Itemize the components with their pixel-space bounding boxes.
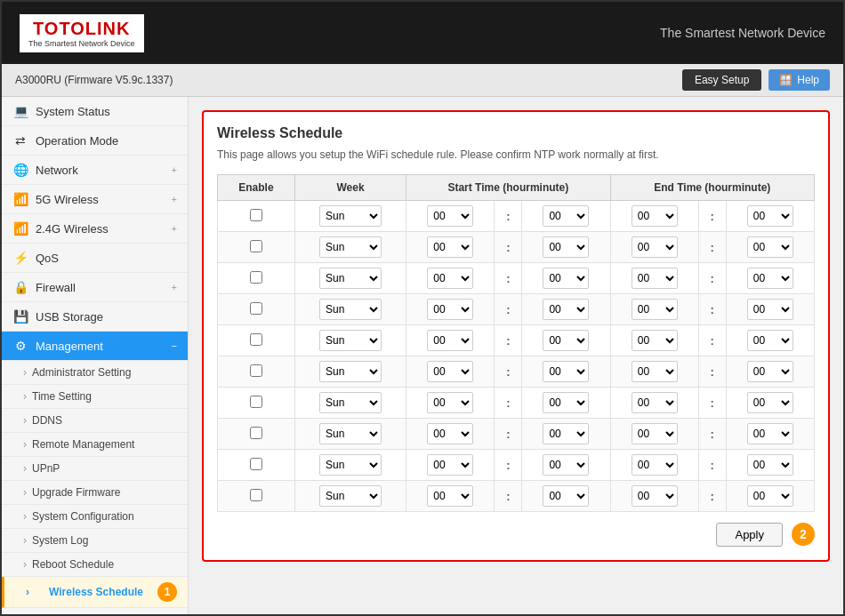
sidebar-item-2g[interactable]: 📶 2.4G Wireless +: [2, 214, 188, 244]
col-week: Week: [294, 175, 406, 201]
firmware-label: A3000RU (Firmware V5.9c.1337): [15, 74, 173, 86]
apply-button[interactable]: Apply: [716, 523, 783, 547]
sidebar-item-network[interactable]: 🌐 Network +: [2, 156, 188, 185]
network-icon: 🌐: [12, 163, 28, 177]
sidebar-item-system-status[interactable]: 💻 System Status: [2, 97, 188, 126]
sidebar-label-5g: 5G Wireless: [36, 193, 99, 206]
app-window: TOTOLINK The Smartest Network Device The…: [0, 0, 845, 616]
sidebar-label-2g: 2.4G Wireless: [36, 222, 109, 236]
sidebar-sub-syslog[interactable]: System Log: [2, 529, 188, 553]
row-3-enable-checkbox[interactable]: [250, 302, 262, 315]
sidebar-sub-time[interactable]: Time Setting: [2, 385, 188, 409]
operation-icon: ⇄: [12, 133, 28, 148]
help-button[interactable]: 🪟 Help: [769, 69, 830, 91]
row-5-enable-checkbox[interactable]: [250, 364, 262, 377]
content-area: Wireless Schedule This page allows you s…: [189, 97, 843, 614]
sidebar-label-management: Management: [36, 340, 103, 353]
table-row: SunMonTueWedThuFriSat0001020304050607080…: [218, 325, 815, 356]
sidebar-sub-upgrade[interactable]: Upgrade Firmware: [2, 481, 188, 505]
wifi-5g-icon: 📶: [12, 192, 28, 206]
table-row: SunMonTueWedThuFriSat0001020304050607080…: [218, 356, 815, 388]
sidebar-item-qos[interactable]: ⚡ QoS: [2, 244, 188, 273]
col-start-time: Start Time (hourminute): [406, 175, 610, 201]
logo-sub: The Smartest Network Device: [28, 39, 135, 48]
logo-toto: TOTO: [33, 19, 85, 38]
row-4-enable-checkbox[interactable]: [250, 333, 262, 346]
sidebar: 💻 System Status ⇄ Operation Mode 🌐 Netwo…: [2, 97, 189, 614]
table-row: SunMonTueWedThuFriSat0001020304050607080…: [218, 450, 815, 481]
row-2-enable-checkbox[interactable]: [250, 271, 262, 284]
panel-description: This page allows you setup the WiFi sche…: [217, 148, 815, 161]
wireless-schedule-panel: Wireless Schedule This page allows you s…: [202, 110, 830, 562]
table-row: SunMonTueWedThuFriSat0001020304050607080…: [218, 294, 815, 325]
logo-link: LINK: [85, 19, 131, 38]
row-1-enable-checkbox[interactable]: [250, 240, 262, 252]
row-9-enable-checkbox[interactable]: [250, 489, 262, 501]
header: TOTOLINK The Smartest Network Device The…: [2, 2, 843, 64]
sidebar-label-system-status: System Status: [36, 105, 110, 118]
firewall-expand-icon: +: [172, 282, 177, 292]
sidebar-label-firewall: Firewall: [36, 281, 76, 294]
sidebar-label-usb: USB Storage: [36, 310, 103, 324]
qos-icon: ⚡: [12, 251, 28, 265]
sidebar-sub-upnp[interactable]: UPnP: [2, 457, 188, 481]
col-end-time: End Time (hourminute): [610, 175, 814, 201]
2g-expand-icon: +: [172, 223, 177, 234]
table-row: SunMonTueWedThuFriSat0001020304050607080…: [218, 201, 815, 232]
sidebar-sub-reboot[interactable]: Reboot Schedule: [2, 553, 188, 577]
row-6-enable-checkbox[interactable]: [250, 396, 262, 408]
sidebar-sub-remote[interactable]: Remote Management: [2, 433, 188, 457]
table-row: SunMonTueWedThuFriSat0001020304050607080…: [218, 419, 815, 450]
table-row: SunMonTueWedThuFriSat0001020304050607080…: [218, 263, 815, 294]
sidebar-sub-logout[interactable]: Logout: [2, 608, 188, 614]
header-tagline: The Smartest Network Device: [660, 26, 825, 40]
management-expand-icon: −: [172, 340, 177, 351]
sidebar-label-network: Network: [36, 164, 78, 177]
table-row: SunMonTueWedThuFriSat0001020304050607080…: [218, 232, 815, 263]
management-icon: ⚙: [12, 339, 28, 353]
5g-expand-icon: +: [172, 194, 177, 204]
firewall-icon: 🔒: [12, 280, 28, 294]
apply-row: Apply 2: [217, 523, 815, 547]
sidebar-sub-admin[interactable]: Administrator Setting: [2, 361, 188, 385]
sidebar-sub-sysconfig[interactable]: System Configuration: [2, 505, 188, 529]
row-8-enable-checkbox[interactable]: [250, 458, 262, 470]
badge-1: 1: [157, 582, 177, 602]
sidebar-sub-ddns[interactable]: DDNS: [2, 409, 188, 433]
monitor-icon: 💻: [12, 104, 28, 118]
help-icon: 🪟: [779, 74, 793, 86]
easy-setup-button[interactable]: Easy Setup: [682, 69, 761, 91]
row-0-enable-checkbox[interactable]: [250, 209, 262, 221]
sidebar-item-firewall[interactable]: 🔒 Firewall +: [2, 273, 188, 302]
badge-2: 2: [792, 523, 815, 546]
panel-title: Wireless Schedule: [217, 125, 815, 141]
sidebar-item-5g[interactable]: 📶 5G Wireless +: [2, 185, 188, 214]
sidebar-sub-wireless-schedule[interactable]: Wireless Schedule 1: [2, 577, 188, 608]
toolbar: A3000RU (Firmware V5.9c.1337) Easy Setup…: [2, 64, 843, 97]
col-enable: Enable: [218, 175, 295, 201]
logo: TOTOLINK The Smartest Network Device: [20, 14, 144, 52]
toolbar-buttons: Easy Setup 🪟 Help: [682, 69, 830, 91]
row-7-enable-checkbox[interactable]: [250, 427, 262, 439]
sidebar-item-management[interactable]: ⚙ Management −: [2, 332, 188, 361]
logo-text: TOTOLINK: [33, 19, 131, 39]
table-row: SunMonTueWedThuFriSat0001020304050607080…: [218, 388, 815, 419]
usb-icon: 💾: [12, 309, 28, 324]
wifi-2g-icon: 📶: [12, 221, 28, 236]
sidebar-label-qos: QoS: [36, 252, 59, 265]
sidebar-item-usb[interactable]: 💾 USB Storage: [2, 302, 188, 332]
table-row: SunMonTueWedThuFriSat0001020304050607080…: [218, 481, 815, 512]
sidebar-label-operation-mode: Operation Mode: [36, 134, 118, 148]
sidebar-item-operation-mode[interactable]: ⇄ Operation Mode: [2, 126, 188, 156]
main-layout: 💻 System Status ⇄ Operation Mode 🌐 Netwo…: [2, 97, 843, 614]
network-expand-icon: +: [172, 164, 177, 175]
schedule-table: Enable Week Start Time (hourminute) End …: [217, 174, 815, 512]
